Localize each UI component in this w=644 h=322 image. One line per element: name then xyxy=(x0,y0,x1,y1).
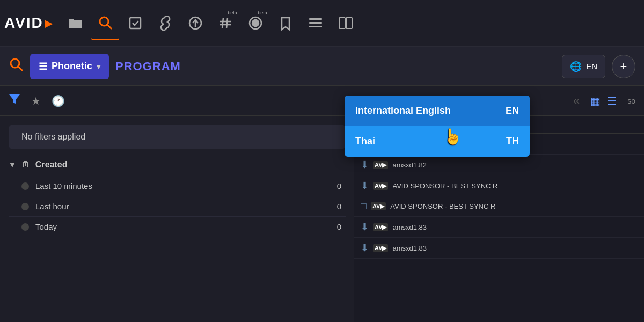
toolbar-folder-icon[interactable] xyxy=(61,6,89,40)
phonetic-arrow-icon: ▾ xyxy=(97,62,100,71)
table-row[interactable]: ⬇ AV▶ amsxd1.83 xyxy=(354,238,644,259)
no-filters-message: No filters applied xyxy=(9,125,346,149)
filter-row-last-10: Last 10 minutes 0 xyxy=(9,176,346,196)
svg-point-0 xyxy=(100,17,108,26)
svg-line-17 xyxy=(18,67,23,71)
logo-play-icon: ▶ xyxy=(45,17,53,30)
grid-view-icon[interactable]: ▦ xyxy=(590,94,601,107)
logo-text: AVID xyxy=(4,14,43,32)
table-row[interactable]: ⬇ AV▶ AVID SPONSOR - BEST SYNC R xyxy=(354,175,644,196)
row-filename: amsxd1.83 xyxy=(392,223,427,231)
filter-dot xyxy=(21,182,29,190)
svg-point-10 xyxy=(252,20,259,26)
toolbar-panel-icon[interactable] xyxy=(302,6,330,40)
filter-icon[interactable] xyxy=(9,94,20,107)
svg-rect-14 xyxy=(339,18,345,28)
table-row[interactable]: ⬇ AV▶ amsxd1.82 xyxy=(354,155,644,175)
filter-last-hour-count: 0 xyxy=(337,202,341,211)
search-bar: ☰ Phonetic ▾ PROGRAM 🌐 EN + xyxy=(0,47,644,86)
svg-rect-15 xyxy=(346,18,352,28)
toolbar-record-icon[interactable]: beta xyxy=(241,6,269,40)
toolbar-bookmark-icon[interactable] xyxy=(272,6,299,40)
row-filename: amsxd1.83 xyxy=(392,244,427,252)
lang-name-thai: Thai xyxy=(355,136,375,147)
toolbar-upload-icon[interactable] xyxy=(181,6,209,40)
globe-icon: 🌐 xyxy=(570,61,582,72)
svg-point-16 xyxy=(11,59,19,68)
section-collapse-icon[interactable]: ▼ xyxy=(9,160,16,169)
filter-today-count: 0 xyxy=(337,222,341,231)
filter-dot xyxy=(21,223,29,231)
left-panel: No filters applied ▼ 🗓 Created Last 10 m… xyxy=(0,116,354,322)
lang-option-thai[interactable]: Thai TH xyxy=(345,126,530,157)
avid-small-logo: AV▶ xyxy=(373,182,388,190)
clip-icon: ⬇ xyxy=(361,159,369,171)
language-dropdown: International English EN Thai TH xyxy=(345,96,530,157)
clip-down-icon: ⬇ xyxy=(361,180,369,192)
filter-last-10-count: 0 xyxy=(337,181,341,191)
language-button[interactable]: 🌐 EN xyxy=(562,55,605,78)
add-button[interactable]: + xyxy=(612,55,635,78)
view-options: ▦ ☰ xyxy=(590,94,617,107)
toolbar-clip-icon[interactable] xyxy=(332,6,360,40)
avid-small-logo: AV▶ xyxy=(373,223,388,231)
created-section-header: ▼ 🗓 Created xyxy=(9,160,346,170)
table-row[interactable]: □ AV▶ AVID SPONSOR - BEST SYNC R xyxy=(354,196,644,217)
favorites-icon[interactable]: ★ xyxy=(31,94,41,107)
row-filename: amsxd1.82 xyxy=(392,161,427,169)
main-toolbar: AVID ▶ beta xyxy=(0,0,644,47)
filter-last-10-label: Last 10 minutes xyxy=(35,181,337,191)
svg-rect-2 xyxy=(130,18,141,28)
clip-down-icon: ⬇ xyxy=(361,221,369,233)
toolbar-tasks-icon[interactable] xyxy=(121,6,149,40)
avid-small-logo: AV▶ xyxy=(373,161,388,169)
lang-code-thai: TH xyxy=(506,136,519,147)
recent-icon[interactable]: 🕐 xyxy=(52,94,65,107)
phonetic-label: Phonetic xyxy=(52,61,92,72)
filter-row-today: Today 0 xyxy=(9,217,346,237)
search-icon[interactable] xyxy=(9,57,24,76)
avid-logo: AVID ▶ xyxy=(4,14,53,32)
program-label: PROGRAM xyxy=(115,60,555,74)
toolbar-link-icon[interactable] xyxy=(151,6,179,40)
filter-last-hour-label: Last hour xyxy=(35,202,337,211)
svg-line-5 xyxy=(222,18,223,28)
lang-option-english[interactable]: International English EN xyxy=(345,96,530,126)
phonetic-menu-icon: ☰ xyxy=(39,61,47,72)
toolbar-hashtag-icon[interactable]: beta xyxy=(211,6,239,40)
filter-bar: ★ 🕐 « ▦ ☰ so xyxy=(0,86,644,116)
lang-name-english: International English xyxy=(355,105,451,116)
svg-line-1 xyxy=(107,25,112,29)
svg-rect-13 xyxy=(309,26,322,27)
row-filename: AVID SPONSOR - BEST SYNC R xyxy=(392,182,497,190)
collapse-arrows[interactable]: « xyxy=(573,94,580,108)
avid-small-logo: AV▶ xyxy=(373,244,388,252)
svg-rect-12 xyxy=(309,22,322,24)
filter-today-label: Today xyxy=(35,222,337,231)
sort-label: so xyxy=(627,97,635,105)
svg-line-6 xyxy=(226,18,228,28)
created-section-title: Created xyxy=(35,160,68,170)
avid-small-logo: AV▶ xyxy=(371,202,386,210)
clip-icon: ⬇ xyxy=(361,242,369,254)
beta-badge-hashtag: beta xyxy=(228,10,237,16)
beta-badge-record: beta xyxy=(258,10,267,16)
filter-dot xyxy=(21,203,29,210)
created-icon: 🗓 xyxy=(21,160,30,170)
list-view-icon[interactable]: ☰ xyxy=(607,94,617,107)
language-code: EN xyxy=(586,62,597,71)
row-filename: AVID SPONSOR - BEST SYNC R xyxy=(390,202,495,210)
table-row[interactable]: ⬇ AV▶ amsxd1.83 xyxy=(354,217,644,238)
phonetic-dropdown-button[interactable]: ☰ Phonetic ▾ xyxy=(30,54,109,79)
lang-code-english: EN xyxy=(506,105,519,116)
filter-row-last-hour: Last hour 0 xyxy=(9,196,346,217)
svg-rect-11 xyxy=(309,18,322,20)
clip-icon: □ xyxy=(361,201,367,212)
toolbar-search-icon[interactable] xyxy=(91,6,119,40)
